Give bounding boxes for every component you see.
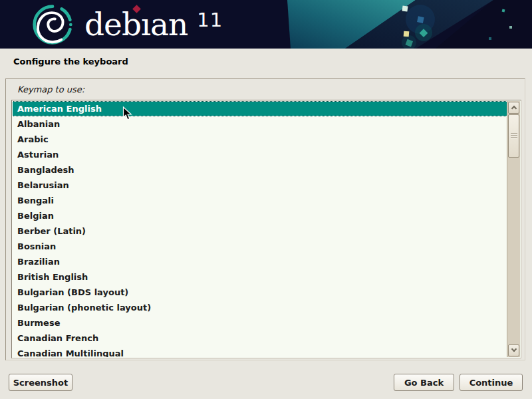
scrollbar-thumb[interactable] xyxy=(508,114,519,158)
keymap-label: Keymap to use: xyxy=(17,84,84,94)
list-item[interactable]: Albanian xyxy=(13,116,507,132)
list-item[interactable]: Canadian French xyxy=(13,331,507,346)
version-number: 11 xyxy=(197,9,223,31)
list-item[interactable]: Canadian Multilingual xyxy=(13,346,507,357)
list-item[interactable]: Brazilian xyxy=(13,254,507,269)
debian-wordmark: debıan xyxy=(84,0,188,49)
list-item[interactable]: Burmese xyxy=(13,315,507,331)
list-item[interactable]: Asturian xyxy=(13,147,507,162)
list-item[interactable]: Bulgarian (phonetic layout) xyxy=(13,300,507,315)
list-item[interactable]: Bulgarian (BDS layout) xyxy=(13,285,507,300)
go-back-button[interactable]: Go Back xyxy=(394,374,454,391)
debian-swirl-icon xyxy=(31,3,74,46)
scroll-down-button[interactable] xyxy=(508,344,519,356)
list-item[interactable]: Bangladesh xyxy=(13,162,507,178)
chevron-up-icon xyxy=(511,106,516,111)
banner: debıan 11 xyxy=(0,0,532,49)
scrollbar[interactable] xyxy=(507,101,520,357)
continue-button[interactable]: Continue xyxy=(460,374,523,391)
chevron-down-icon xyxy=(511,346,516,352)
page-title: Configure the keyboard xyxy=(13,57,128,66)
list-item[interactable]: American English xyxy=(13,101,507,116)
list-item[interactable]: British English xyxy=(13,269,507,285)
scroll-up-button[interactable] xyxy=(508,102,519,114)
keymap-list[interactable]: American EnglishAlbanianArabicAsturianBa… xyxy=(11,100,521,358)
list-item[interactable]: Bengali xyxy=(13,193,507,208)
scrollbar-grip-icon xyxy=(511,133,517,138)
list-item[interactable]: Arabic xyxy=(13,132,507,147)
list-item[interactable]: Bosnian xyxy=(13,239,507,254)
keymap-rows: American EnglishAlbanianArabicAsturianBa… xyxy=(13,101,507,357)
list-item[interactable]: Belarusian xyxy=(13,178,507,193)
brand: debıan 11 xyxy=(31,0,223,49)
list-item[interactable]: Belgian xyxy=(13,208,507,223)
list-item[interactable]: Berber (Latin) xyxy=(13,223,507,239)
keymap-frame: Keymap to use: American EnglishAlbanianA… xyxy=(5,78,525,360)
screenshot-button[interactable]: Screenshot xyxy=(9,374,72,391)
